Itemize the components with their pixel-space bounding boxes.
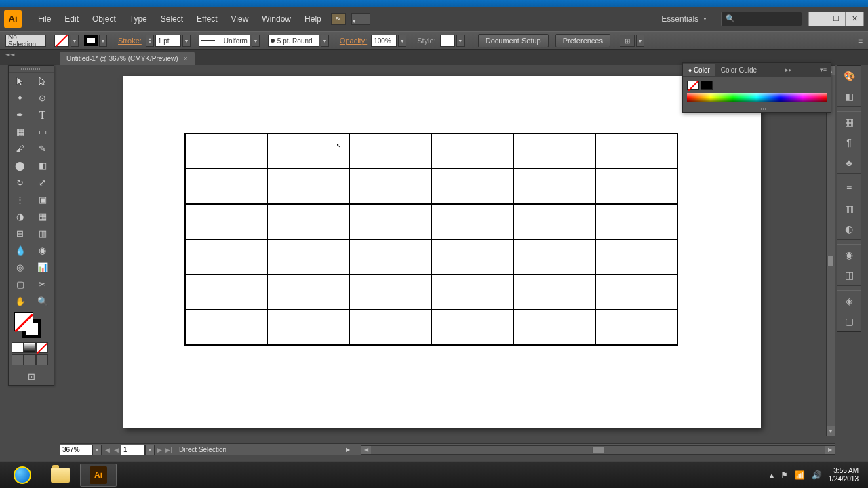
mesh-tool[interactable]: ⊞ bbox=[9, 225, 31, 242]
artboard-nav-input[interactable]: 1 bbox=[121, 445, 145, 455]
panel-grip[interactable] bbox=[9, 66, 54, 73]
slice-tool[interactable]: ✂ bbox=[31, 276, 54, 293]
opacity-input[interactable]: 100% bbox=[371, 35, 397, 47]
network-icon[interactable]: 📶 bbox=[795, 470, 805, 480]
pen-tool[interactable]: ✒ bbox=[9, 106, 31, 123]
menu-effect[interactable]: Effect bbox=[190, 12, 224, 26]
fill-box[interactable] bbox=[14, 312, 33, 331]
document-tab[interactable]: Untitled-1* @ 367% (CMYK/Preview) × bbox=[60, 52, 195, 65]
arrange-docs-icon[interactable]: ▼ bbox=[351, 13, 370, 25]
appearance-icon[interactable]: ◉ bbox=[837, 245, 861, 265]
line-tool[interactable]: ▦ bbox=[9, 123, 31, 140]
align-dropdown[interactable]: ▼ bbox=[636, 35, 644, 47]
selection-tool[interactable] bbox=[9, 73, 31, 89]
panel-resize-grip[interactable] bbox=[683, 106, 831, 112]
lasso-tool[interactable]: ⊙ bbox=[31, 89, 54, 106]
task-ie[interactable] bbox=[4, 464, 41, 487]
bridge-icon[interactable]: Br bbox=[331, 13, 346, 25]
symbol-sprayer-tool[interactable]: ◎ bbox=[9, 259, 31, 276]
draw-inside[interactable] bbox=[36, 354, 48, 365]
last-artboard[interactable]: ▶| bbox=[164, 445, 174, 455]
app-logo[interactable]: Ai bbox=[4, 10, 22, 28]
none-mode[interactable] bbox=[36, 342, 48, 353]
direct-selection-tool[interactable] bbox=[31, 73, 54, 89]
vertical-scrollbar[interactable]: ▲ ▼ bbox=[826, 65, 835, 436]
color-mode[interactable] bbox=[12, 342, 24, 353]
style-dropdown[interactable]: ▼ bbox=[456, 35, 465, 47]
color-panel-icon[interactable]: 🎨 bbox=[837, 66, 861, 86]
close-button[interactable]: ✕ bbox=[845, 12, 864, 26]
minimize-button[interactable]: — bbox=[808, 12, 827, 26]
action-center-icon[interactable]: ⚑ bbox=[781, 470, 788, 480]
artboard-nav-dropdown[interactable]: ▼ bbox=[145, 445, 155, 455]
fill-stroke-control[interactable] bbox=[14, 312, 41, 338]
magic-wand-tool[interactable]: ✦ bbox=[9, 89, 31, 106]
color-spectrum[interactable] bbox=[687, 93, 827, 102]
next-artboard[interactable]: ▶ bbox=[155, 445, 164, 455]
type-tool[interactable]: T bbox=[31, 106, 54, 123]
transparency-icon[interactable]: ◐ bbox=[837, 219, 861, 239]
gradient-tool[interactable]: ▥ bbox=[31, 225, 54, 242]
gradient-mode[interactable] bbox=[24, 342, 36, 353]
scroll-right-button[interactable]: ▶ bbox=[825, 446, 835, 454]
taskbar-clock[interactable]: 3:55 AM 1/24/2013 bbox=[829, 467, 859, 483]
first-artboard[interactable]: |◀ bbox=[102, 445, 111, 455]
stroke-stepper[interactable]: ▲▼ bbox=[146, 35, 154, 47]
draw-normal[interactable] bbox=[12, 354, 24, 365]
rotate-tool[interactable]: ↻ bbox=[9, 174, 31, 191]
scroll-down-button[interactable]: ▼ bbox=[827, 426, 835, 436]
width-tool[interactable]: ⋮ bbox=[9, 191, 31, 208]
zoom-dropdown[interactable]: ▼ bbox=[92, 445, 102, 455]
graphic-styles-icon[interactable]: ◫ bbox=[837, 265, 861, 285]
document-setup-button[interactable]: Document Setup bbox=[478, 34, 549, 47]
brush-select[interactable]: 5 pt. Round bbox=[268, 35, 319, 47]
menu-help[interactable]: Help bbox=[298, 12, 328, 26]
menu-object[interactable]: Object bbox=[85, 12, 123, 26]
artboard-tool[interactable]: ▢ bbox=[9, 276, 31, 293]
fill-dropdown[interactable]: ▼ bbox=[71, 35, 79, 47]
style-swatch[interactable] bbox=[440, 35, 455, 47]
tray-chevron-icon[interactable]: ▴ bbox=[770, 470, 774, 480]
menu-select[interactable]: Select bbox=[154, 12, 190, 26]
stroke-weight-input[interactable]: 1 pt bbox=[155, 35, 181, 47]
graph-tool[interactable]: 📊 bbox=[31, 259, 54, 276]
profile-select[interactable]: Uniform bbox=[199, 35, 250, 47]
scroll-left-button[interactable]: ◀ bbox=[361, 446, 371, 454]
collapse-panel-icon[interactable]: ▸▸ bbox=[781, 66, 796, 73]
panel-stroke-swatch[interactable] bbox=[701, 81, 713, 90]
layers-icon[interactable]: ◈ bbox=[837, 291, 861, 311]
pencil-tool[interactable]: ✎ bbox=[31, 140, 54, 157]
task-illustrator[interactable]: Ai bbox=[80, 464, 117, 487]
horizontal-scrollbar[interactable]: ◀ ▶ bbox=[361, 445, 835, 455]
preferences-button[interactable]: Preferences bbox=[555, 34, 610, 47]
align-icon[interactable]: ⊞ bbox=[620, 35, 635, 47]
rectangle-tool[interactable]: ▭ bbox=[31, 123, 54, 140]
expand-panels-icon[interactable]: ◀◀ bbox=[5, 52, 15, 56]
artboards-panel-icon[interactable]: ▢ bbox=[837, 311, 861, 331]
menu-file[interactable]: File bbox=[31, 12, 58, 26]
swatches-icon[interactable]: ▦ bbox=[837, 112, 861, 132]
color-guide-icon[interactable]: ◧ bbox=[837, 86, 861, 106]
canvas-container[interactable]: ↖ bbox=[60, 72, 829, 436]
brushes-icon[interactable]: ¶ bbox=[837, 132, 861, 152]
menu-edit[interactable]: Edit bbox=[58, 12, 85, 26]
profile-dropdown[interactable]: ▼ bbox=[252, 35, 260, 47]
draw-behind[interactable] bbox=[24, 354, 36, 365]
blob-brush-tool[interactable]: ⬤ bbox=[9, 157, 31, 174]
color-guide-tab[interactable]: Color Guide bbox=[715, 64, 762, 76]
tab-close-icon[interactable]: × bbox=[184, 55, 188, 62]
paintbrush-tool[interactable]: 🖌 bbox=[9, 140, 31, 157]
zoom-tool[interactable]: 🔍 bbox=[31, 293, 54, 310]
gradient-panel-icon[interactable]: ▥ bbox=[837, 199, 861, 219]
volume-icon[interactable]: 🔊 bbox=[812, 470, 822, 480]
status-menu-icon[interactable]: ▶ bbox=[346, 447, 355, 453]
symbols-icon[interactable]: ♣ bbox=[837, 152, 861, 173]
workspace-switcher[interactable]: Essentials▼ bbox=[654, 12, 714, 26]
menu-window[interactable]: Window bbox=[255, 12, 298, 26]
shape-builder-tool[interactable]: ◑ bbox=[9, 208, 31, 225]
maximize-button[interactable]: ☐ bbox=[827, 12, 846, 26]
hscroll-thumb[interactable] bbox=[592, 447, 604, 453]
color-tab[interactable]: ♦ Color bbox=[683, 64, 715, 76]
panel-fill-swatch[interactable] bbox=[687, 81, 699, 90]
eyedropper-tool[interactable]: 💧 bbox=[9, 242, 31, 259]
